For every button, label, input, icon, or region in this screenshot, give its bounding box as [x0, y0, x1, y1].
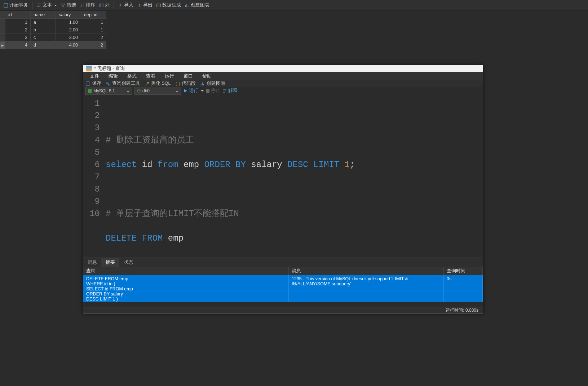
- comment: # 删除工资最高的员工: [106, 135, 194, 145]
- tab-summary[interactable]: 摘要: [101, 258, 119, 267]
- chart-label: 创建图表: [191, 2, 209, 8]
- header-message: 消息: [289, 267, 444, 275]
- stop-label: 停止: [211, 88, 220, 94]
- beautify-label: 美化 SQL: [151, 80, 171, 87]
- database-dropdown[interactable]: db0 ⌄: [134, 87, 181, 95]
- cell-id[interactable]: 2: [5, 26, 31, 34]
- cell-depid[interactable]: 1: [81, 26, 106, 34]
- import-button[interactable]: 导入: [117, 1, 134, 9]
- sort-button[interactable]: 排序: [79, 1, 96, 9]
- svg-point-6: [137, 89, 140, 91]
- result-tabs: 消息 摘要 状态: [83, 258, 483, 267]
- cell-id[interactable]: 3: [5, 34, 31, 41]
- cell-salary[interactable]: 4.00: [56, 41, 81, 49]
- menu-window[interactable]: 窗口: [179, 72, 197, 80]
- datagen-button[interactable]: 数据生成: [155, 1, 182, 9]
- import-icon: [118, 3, 123, 8]
- filter-button[interactable]: 筛选: [59, 1, 77, 9]
- chart-icon: [200, 81, 205, 86]
- text-view-label: 文本: [43, 2, 52, 8]
- beautify-button[interactable]: 美化 SQL: [145, 80, 171, 87]
- cell-salary[interactable]: 1.00: [56, 19, 81, 26]
- table-row[interactable]: 3c3.002: [0, 34, 106, 41]
- datagen-icon: [156, 3, 161, 8]
- cell-salary[interactable]: 2.00: [56, 26, 81, 34]
- run-button[interactable]: 运行: [184, 88, 204, 94]
- table-row[interactable]: 1a1.001: [0, 19, 106, 26]
- data-window: 开始事务 文本 筛选 排序 列 导入 导出 数据生成: [0, 0, 588, 49]
- row-handle[interactable]: [0, 26, 5, 34]
- header-query: 查询: [83, 267, 289, 275]
- row-handle[interactable]: ▸: [0, 41, 5, 49]
- stop-button[interactable]: 停止: [206, 88, 220, 94]
- cell-id[interactable]: 4: [5, 41, 31, 49]
- save-label: 保存: [92, 80, 101, 87]
- stop-icon: [206, 89, 209, 93]
- result-message: 1235 - This version of MySQL doesn't yet…: [289, 275, 444, 302]
- columns-button[interactable]: 列: [98, 1, 111, 9]
- col-header-salary[interactable]: salary: [56, 11, 81, 19]
- cell-name[interactable]: a: [31, 19, 56, 26]
- svg-rect-2: [157, 4, 161, 7]
- save-button[interactable]: 保存: [85, 80, 101, 87]
- data-toolbar: 开始事务 文本 筛选 排序 列 导入 导出 数据生成: [0, 0, 588, 11]
- svg-rect-7: [206, 89, 209, 93]
- menu-help[interactable]: 帮助: [198, 72, 216, 80]
- menu-file[interactable]: 文件: [85, 72, 103, 80]
- snippet-icon: [175, 81, 180, 86]
- result-time: 0s: [444, 275, 483, 302]
- table-row[interactable]: 2b2.001: [0, 26, 106, 34]
- export-label: 导出: [143, 2, 152, 8]
- cell-name[interactable]: d: [31, 41, 56, 49]
- tab-status[interactable]: 状态: [119, 258, 137, 267]
- menu-run[interactable]: 运行: [160, 72, 178, 80]
- result-header: 查询 消息 查询时间: [83, 267, 483, 275]
- svg-rect-3: [86, 82, 90, 86]
- sql-editor[interactable]: 12345678910 # 删除工资最高的员工 select id from e…: [83, 95, 483, 258]
- connection-dropdown[interactable]: MySQL 8.1 ⌄: [85, 87, 132, 95]
- create-chart-label: 创建图表: [207, 80, 225, 87]
- col-header-depid[interactable]: dep_id: [81, 11, 106, 19]
- line-gutter: 12345678910: [83, 95, 103, 258]
- snippet-label: 代码段: [182, 80, 196, 87]
- menubar: 文件 编辑 格式 查看 运行 窗口 帮助: [83, 72, 483, 80]
- cell-depid[interactable]: 1: [81, 19, 106, 26]
- window-titlebar[interactable]: * 无标题 - 查询: [83, 65, 483, 72]
- builder-icon: [106, 81, 111, 86]
- svg-rect-4: [87, 82, 89, 83]
- window-title: * 无标题 - 查询: [94, 65, 125, 72]
- row-handle[interactable]: [0, 34, 5, 41]
- chart-button[interactable]: 创建图表: [184, 1, 211, 9]
- toolbar-separator: [32, 2, 32, 9]
- tab-messages[interactable]: 消息: [83, 258, 101, 267]
- result-grid[interactable]: id name salary dep_id 1a1.001 2b2.001 3c…: [0, 11, 106, 49]
- menu-edit[interactable]: 编辑: [104, 72, 122, 80]
- toolbar-separator: [114, 2, 114, 9]
- cell-name[interactable]: c: [31, 34, 56, 41]
- start-transaction-label: 开始事务: [9, 2, 28, 8]
- cell-salary[interactable]: 3.00: [56, 34, 81, 41]
- cell-id[interactable]: 1: [5, 19, 31, 26]
- query-builder-button[interactable]: 查询创建工具: [106, 80, 140, 87]
- create-chart-button[interactable]: 创建图表: [200, 80, 225, 87]
- export-button[interactable]: 导出: [136, 1, 154, 9]
- chart-icon: [185, 3, 190, 8]
- col-header-id[interactable]: id: [5, 11, 31, 19]
- snippet-button[interactable]: 代码段: [175, 80, 196, 87]
- menu-view[interactable]: 查看: [142, 72, 160, 80]
- cell-name[interactable]: b: [31, 26, 56, 34]
- cell-depid[interactable]: 2: [81, 34, 106, 41]
- code-area[interactable]: # 删除工资最高的员工 select id from emp ORDER BY …: [103, 95, 355, 258]
- datagen-label: 数据生成: [162, 2, 181, 8]
- table-row-selected[interactable]: ▸4d4.002: [0, 41, 106, 49]
- result-row[interactable]: DELETE FROM emp WHERE id in ( SELECT id …: [83, 275, 483, 302]
- text-view-button[interactable]: 文本: [35, 1, 58, 9]
- menu-format[interactable]: 格式: [123, 72, 141, 80]
- cell-depid[interactable]: 2: [81, 41, 106, 49]
- explain-button[interactable]: 解释: [222, 88, 238, 94]
- explain-label: 解释: [228, 88, 238, 94]
- start-transaction-button[interactable]: 开始事务: [2, 1, 29, 9]
- row-handle[interactable]: [0, 19, 5, 26]
- header-time: 查询时间: [444, 267, 483, 275]
- col-header-name[interactable]: name: [31, 11, 56, 19]
